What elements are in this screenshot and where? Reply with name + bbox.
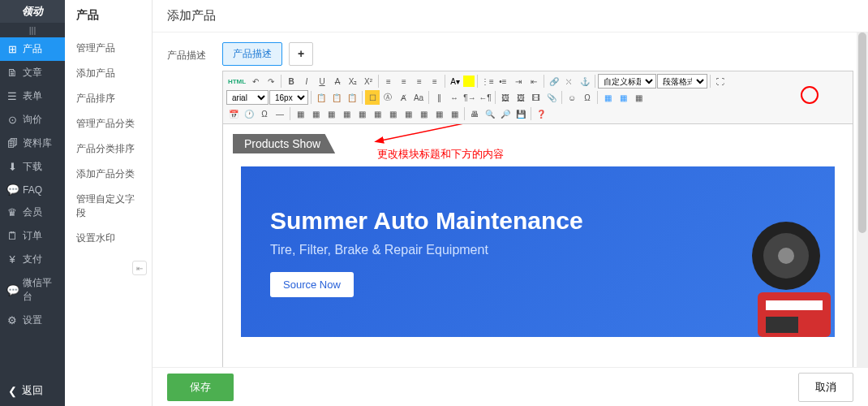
banner-cta-button[interactable]: Source Now xyxy=(270,272,354,297)
sub-sidebar-toggle[interactable]: ⇤ xyxy=(132,261,147,275)
italic-button[interactable]: I xyxy=(299,74,314,89)
sidebar-item-member[interactable]: ♛会员 xyxy=(0,201,65,224)
sidebar-item-faq[interactable]: 💬FAQ xyxy=(0,179,65,201)
back-button[interactable]: ❮返回 xyxy=(0,375,65,406)
split-button[interactable]: ▦ xyxy=(447,106,462,121)
direction-ltr-button[interactable]: ¶→ xyxy=(462,90,477,105)
sub-item-watermark[interactable]: 设置水印 xyxy=(65,226,152,251)
table-insert-button[interactable]: ▦ xyxy=(308,106,323,121)
sidebar-item-product[interactable]: ⊞产品 xyxy=(0,37,65,61)
col-after-button[interactable]: ▦ xyxy=(385,106,400,121)
special-char-button[interactable]: Ω xyxy=(580,90,595,105)
ordered-list-button[interactable]: ⋮≡ xyxy=(480,74,495,89)
scrollbar-thumb[interactable] xyxy=(858,32,866,233)
paste-button[interactable]: 📋 xyxy=(314,90,329,105)
sub-item-sort-category[interactable]: 产品分类排序 xyxy=(65,136,152,162)
sidebar-item-article[interactable]: 🗎文章 xyxy=(0,61,65,84)
superscript-button[interactable]: X² xyxy=(361,74,376,89)
redo-button[interactable]: ↷ xyxy=(264,74,278,89)
preview-button[interactable]: 🔍 xyxy=(483,106,497,121)
sub-item-manage-product[interactable]: 管理产品 xyxy=(65,36,152,61)
del-row-button[interactable]: ▦ xyxy=(401,106,415,121)
sidebar-item-download[interactable]: ⬇下载 xyxy=(0,155,65,179)
banner-block[interactable]: Summer Auto Maintenance Tire, Filter, Br… xyxy=(241,166,835,337)
table-button[interactable]: ▦ xyxy=(293,106,307,121)
col-before-button[interactable]: ▦ xyxy=(370,106,385,121)
align-left-button[interactable]: ≡ xyxy=(381,74,396,89)
row-after-button[interactable]: ▦ xyxy=(355,106,369,121)
sub-item-manage-category[interactable]: 管理产品分类 xyxy=(65,111,152,136)
vertical-scrollbar[interactable] xyxy=(857,32,868,367)
subscript-button[interactable]: X₂ xyxy=(346,74,360,89)
find-button[interactable]: 🔎 xyxy=(498,106,513,121)
heading-select[interactable]: 自定义标题 xyxy=(598,74,656,89)
section-heading[interactable]: Products Show xyxy=(233,134,335,153)
fullscreen-button[interactable]: ⛶ xyxy=(713,74,728,89)
template3-button[interactable]: ▦ xyxy=(631,90,646,105)
font-size-select[interactable]: 16px xyxy=(269,90,308,105)
tab-product-desc[interactable]: 产品描述 xyxy=(222,42,282,66)
bg-color-button[interactable] xyxy=(463,76,475,87)
del-col-button[interactable]: ▦ xyxy=(416,106,431,121)
font-case-button[interactable]: Aa xyxy=(411,90,426,105)
format-select[interactable]: 段落格式 xyxy=(657,74,707,89)
editor-canvas[interactable]: 更改模块标题和下方的内容 Products Show Summer Auto M… xyxy=(222,124,853,396)
paste-word-button[interactable]: 📋 xyxy=(345,90,359,105)
direction-rtl-button[interactable]: ←¶ xyxy=(478,90,492,105)
sub-item-sort-product[interactable]: 产品排序 xyxy=(65,86,152,111)
save-button[interactable]: 保存 xyxy=(167,374,234,401)
sidebar-item-form[interactable]: ☰表单 xyxy=(0,84,65,108)
video-button[interactable]: 🎞 xyxy=(529,90,544,105)
table-delete-button[interactable]: ▦ xyxy=(324,106,338,121)
save-draft-button[interactable]: 💾 xyxy=(513,106,528,121)
sidebar-item-payment[interactable]: ¥支付 xyxy=(0,248,65,271)
sub-item-add-product[interactable]: 添加产品 xyxy=(65,61,152,86)
font-color-button[interactable]: A▾ xyxy=(448,74,462,89)
date-button[interactable]: 📅 xyxy=(226,106,241,121)
template-button[interactable]: ▦ xyxy=(600,90,615,105)
unordered-list-button[interactable]: •≡ xyxy=(496,74,510,89)
row-before-button[interactable]: ▦ xyxy=(339,106,354,121)
sidebar-item-order[interactable]: 🗒订单 xyxy=(0,224,65,248)
letter-spacing-button[interactable]: ↔ xyxy=(447,90,462,105)
special-button[interactable]: Ω xyxy=(257,106,272,121)
align-center-button[interactable]: ≡ xyxy=(397,74,411,89)
align-right-button[interactable]: ≡ xyxy=(412,74,427,89)
strike-button[interactable]: A xyxy=(330,74,345,89)
indent-button[interactable]: ⇥ xyxy=(511,74,526,89)
paste-text-button[interactable]: 📋 xyxy=(329,90,344,105)
merge-button[interactable]: ▦ xyxy=(432,106,446,121)
select-all-button[interactable]: ☐ xyxy=(365,90,380,105)
time-button[interactable]: 🕐 xyxy=(242,106,256,121)
sidebar-item-library[interactable]: 🗐资料库 xyxy=(0,132,65,155)
sub-item-custom-fields[interactable]: 管理自定义字段 xyxy=(65,187,152,226)
bold-button[interactable]: B xyxy=(284,74,299,89)
remove-format-button[interactable]: A̸ xyxy=(396,90,410,105)
unlink-button[interactable]: ⛌ xyxy=(562,74,577,89)
image-button[interactable]: 🖼 xyxy=(498,90,513,105)
cancel-button[interactable]: 取消 xyxy=(798,373,853,402)
font-family-select[interactable]: arial xyxy=(226,90,269,105)
link-button[interactable]: 🔗 xyxy=(547,74,561,89)
help-button[interactable]: ❓ xyxy=(534,106,548,121)
source-button[interactable]: HTML xyxy=(226,74,247,89)
sidebar-collapse-icon[interactable]: ||| xyxy=(0,23,65,37)
undo-button[interactable]: ↶ xyxy=(248,74,263,89)
sidebar-item-inquiry[interactable]: ⊙询价 xyxy=(0,108,65,132)
tab-add-button[interactable]: + xyxy=(289,42,313,66)
sub-item-add-category[interactable]: 添加产品分类 xyxy=(65,162,152,187)
anchor-button[interactable]: ⚓ xyxy=(578,74,592,89)
line-height-button[interactable]: ‖ xyxy=(432,90,446,105)
template2-button[interactable]: ▦ xyxy=(616,90,630,105)
sidebar-item-wechat[interactable]: 💬微信平台 xyxy=(0,271,65,309)
hr-button[interactable]: — xyxy=(273,106,287,121)
print-button[interactable]: 🖶 xyxy=(467,106,482,121)
sidebar-item-settings[interactable]: ⚙设置 xyxy=(0,309,65,332)
clear-format-button[interactable]: Ⓐ xyxy=(380,90,395,105)
underline-button[interactable]: U xyxy=(315,74,329,89)
outdent-button[interactable]: ⇤ xyxy=(526,74,541,89)
attachment-button[interactable]: 📎 xyxy=(544,90,559,105)
align-justify-button[interactable]: ≡ xyxy=(428,74,442,89)
emoji-button[interactable]: ☺ xyxy=(565,90,579,105)
image-upload-button[interactable]: 🖼 xyxy=(513,90,528,105)
